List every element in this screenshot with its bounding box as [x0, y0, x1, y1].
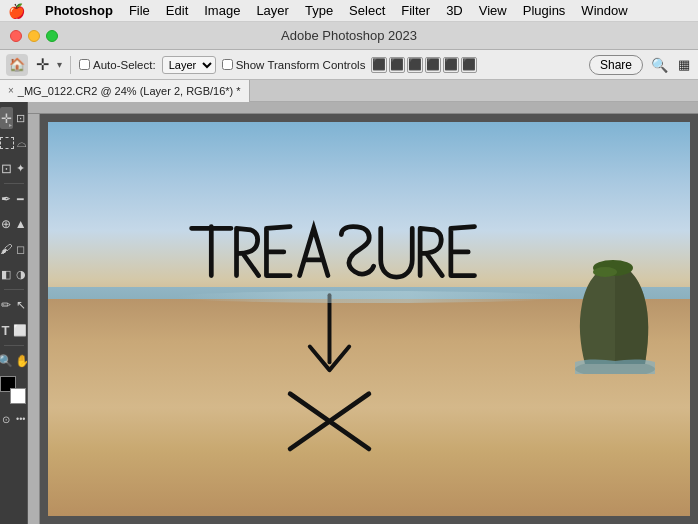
lasso-tool[interactable]: ⌓ [16, 132, 27, 154]
menu-plugins[interactable]: Plugins [515, 0, 574, 22]
svg-point-2 [593, 267, 617, 277]
search-icon[interactable]: 🔍 [649, 55, 670, 75]
close-button[interactable] [10, 30, 22, 42]
titlebar: Adobe Photoshop 2023 [0, 22, 698, 50]
healing-icon: ⊕ [1, 217, 11, 231]
align-left[interactable]: ⬛ [371, 57, 387, 73]
magic-wand-tool[interactable]: ✦ [15, 157, 28, 179]
canvas-area [28, 102, 698, 524]
eraser-tool[interactable]: ◻ [15, 238, 28, 260]
dodge-icon: ◑ [16, 268, 26, 281]
move-tool[interactable]: ✛ ▸ [0, 107, 13, 129]
shape-icon: ⬜ [13, 324, 27, 337]
tool-group-gradient: ◧ ◑ [0, 262, 27, 286]
move-tool-dropdown[interactable]: ▾ [57, 59, 62, 70]
background-color[interactable] [10, 388, 26, 404]
minimize-button[interactable] [28, 30, 40, 42]
rect-marquee-tool[interactable] [0, 132, 14, 154]
rect-marquee-icon [0, 137, 14, 149]
path-select-icon: ↖ [16, 298, 26, 312]
ruler-top [28, 102, 698, 114]
menu-image[interactable]: Image [196, 0, 248, 22]
artboard-icon: ⊡ [16, 112, 25, 125]
tool-group-nav: 🔍 ✋ [0, 349, 27, 373]
gradient-icon: ◧ [1, 268, 11, 281]
dodge-tool[interactable]: ◑ [15, 263, 28, 285]
zoom-icon: 🔍 [0, 354, 13, 368]
tool-group-healing: ⊕ ▲ [0, 212, 27, 236]
menu-photoshop[interactable]: Photoshop [37, 0, 121, 22]
shape-tool[interactable]: ⬜ [13, 319, 27, 341]
eyedropper-icon: ✒ [1, 192, 11, 206]
menu-edit[interactable]: Edit [158, 0, 196, 22]
home-button[interactable]: 🏠 [6, 54, 28, 76]
menu-view[interactable]: View [471, 0, 515, 22]
tool-group-type: T ⬜ [0, 318, 27, 342]
separator-1 [70, 56, 71, 74]
align-center-h[interactable]: ⬛ [389, 57, 405, 73]
quick-mask-tool[interactable]: ⊙ [0, 408, 13, 430]
workspace-icon[interactable]: ▦ [676, 55, 692, 74]
auto-select-dropdown[interactable]: Layer [162, 56, 216, 74]
tool-sep-3 [4, 345, 24, 346]
artboard-tool[interactable]: ⊡ [15, 107, 28, 129]
tool-group-move: ✛ ▸ ⊡ [0, 106, 27, 130]
menu-select[interactable]: Select [341, 0, 393, 22]
tab-bar: × _MG_0122.CR2 @ 24% (Layer 2, RGB/16*) … [0, 80, 698, 102]
align-right[interactable]: ⬛ [407, 57, 423, 73]
canvas-viewport[interactable] [40, 114, 698, 524]
canvas-image [48, 122, 690, 516]
menu-type[interactable]: Type [297, 0, 341, 22]
auto-select-checkbox[interactable] [79, 59, 90, 70]
left-toolbar: ✛ ▸ ⊡ ⌓ ⊡ ✦ ✒ [0, 102, 28, 524]
eyedropper-tool[interactable]: ✒ [0, 188, 13, 210]
align-top[interactable]: ⬛ [425, 57, 441, 73]
crop-icon: ⊡ [1, 161, 12, 176]
ruler-tool[interactable]: ━ [15, 188, 28, 210]
menu-layer[interactable]: Layer [248, 0, 297, 22]
document-tab[interactable]: × _MG_0122.CR2 @ 24% (Layer 2, RGB/16*) … [0, 80, 250, 102]
show-transform-label: Show Transform Controls [222, 59, 366, 71]
menu-window[interactable]: Window [573, 0, 635, 22]
tool-group-select: ⊡ ✦ [0, 156, 27, 180]
hand-tool[interactable]: ✋ [15, 350, 29, 372]
share-button[interactable]: Share [589, 55, 643, 75]
more-tools[interactable]: ••• [15, 408, 28, 430]
traffic-lights [10, 30, 58, 42]
tab-close-button[interactable]: × [8, 85, 14, 96]
beach-scene [48, 122, 690, 516]
menu-3d[interactable]: 3D [438, 0, 471, 22]
clone-stamp-tool[interactable]: ▲ [15, 213, 28, 235]
ruler-left [28, 114, 40, 524]
ruler-icon: ━ [17, 193, 24, 206]
brush-tool[interactable]: 🖌 [0, 238, 13, 260]
tool-group-pen: ✏ ↖ [0, 293, 27, 317]
type-icon: T [2, 323, 10, 338]
apple-menu[interactable]: 🍎 [8, 3, 25, 19]
path-select-tool[interactable]: ↖ [15, 294, 28, 316]
brush-icon: 🖌 [0, 242, 12, 256]
tool-sep-2 [4, 289, 24, 290]
app-title: Adobe Photoshop 2023 [281, 28, 417, 43]
crop-tool[interactable]: ⊡ [0, 157, 13, 179]
align-center-v[interactable]: ⬛ [443, 57, 459, 73]
auto-select-label: Auto-Select: [79, 59, 156, 71]
menu-filter[interactable]: Filter [393, 0, 438, 22]
tool-group-eyedropper: ✒ ━ [0, 187, 27, 211]
align-bottom[interactable]: ⬛ [461, 57, 477, 73]
zoom-tool[interactable]: 🔍 [0, 350, 13, 372]
tool-sep-1 [4, 183, 24, 184]
lasso-icon: ⌓ [17, 136, 26, 150]
menu-file[interactable]: File [121, 0, 158, 22]
show-transform-checkbox[interactable] [222, 59, 233, 70]
spot-healing-tool[interactable]: ⊕ [0, 213, 13, 235]
fullscreen-button[interactable] [46, 30, 58, 42]
gradient-tool[interactable]: ◧ [0, 263, 13, 285]
tool-group-marquee: ⌓ [0, 131, 27, 155]
quick-mask-icon: ⊙ [2, 414, 10, 425]
tool-group-brush: 🖌 ◻ [0, 237, 27, 261]
type-tool[interactable]: T [0, 319, 11, 341]
pen-tool[interactable]: ✏ [0, 294, 13, 316]
tab-title: _MG_0122.CR2 @ 24% (Layer 2, RGB/16*) * [18, 85, 241, 97]
main-content: ✛ ▸ ⊡ ⌓ ⊡ ✦ ✒ [0, 102, 698, 524]
